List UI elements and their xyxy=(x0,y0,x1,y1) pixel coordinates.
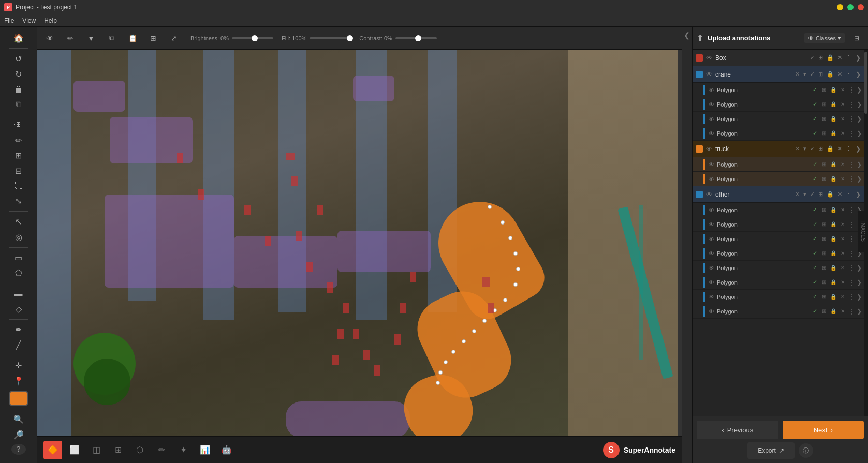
other-lock-icon[interactable]: 🔒 xyxy=(826,190,835,198)
other-p7-more[interactable]: ⋮ xyxy=(848,293,855,301)
undo-button[interactable]: ↺ xyxy=(8,52,29,66)
truck-check-icon[interactable]: ✓ xyxy=(809,145,816,153)
other-p4-lock[interactable]: 🔒 xyxy=(829,249,837,258)
collapse-button[interactable]: ⊟ xyxy=(8,163,29,177)
other-p5-close[interactable]: ✕ xyxy=(838,264,847,272)
other-p3-close[interactable]: ✕ xyxy=(838,235,847,243)
truck-lock-icon[interactable]: 🔒 xyxy=(826,145,835,153)
crane-p3-grid[interactable]: ⊞ xyxy=(820,115,828,123)
truck-p2-check[interactable]: ✓ xyxy=(811,175,819,183)
other-expand-icon[interactable]: ❯ xyxy=(856,191,861,198)
crane-chevron-icon[interactable]: ▾ xyxy=(802,70,807,78)
other-p1-grid[interactable]: ⊞ xyxy=(820,206,828,214)
crane-p4-lock[interactable]: 🔒 xyxy=(829,129,837,138)
frame-button[interactable]: ⊞ xyxy=(145,31,161,46)
keypoint-button[interactable]: ✦ xyxy=(174,441,193,459)
crane-p2-expand[interactable]: ❯ xyxy=(857,101,862,108)
crane-expand-icon[interactable]: ❯ xyxy=(856,71,861,78)
other-p1-eye[interactable]: 👁 xyxy=(709,207,714,213)
other-p6-eye[interactable]: 👁 xyxy=(709,279,714,286)
other-p2-close[interactable]: ✕ xyxy=(838,220,847,229)
crane-p4-more[interactable]: ⋮ xyxy=(848,129,855,138)
crane-close-icon[interactable]: ✕ xyxy=(794,70,801,78)
line-button[interactable]: ╱ xyxy=(8,338,29,352)
other-p4-check[interactable]: ✓ xyxy=(811,249,819,258)
pen-button[interactable]: ✒ xyxy=(8,323,29,337)
crane-p3-eye[interactable]: 👁 xyxy=(709,116,714,122)
other-p8-close[interactable]: ✕ xyxy=(838,307,847,316)
crane-p2-grid[interactable]: ⊞ xyxy=(820,100,828,109)
rect-button[interactable]: ▭ xyxy=(8,251,29,265)
truck-p2-more[interactable]: ⋮ xyxy=(848,175,855,183)
other-p6-close[interactable]: ✕ xyxy=(838,278,847,287)
other-p8-check[interactable]: ✓ xyxy=(811,307,819,316)
crane-p3-more[interactable]: ⋮ xyxy=(848,115,855,123)
crane-p4-close[interactable]: ✕ xyxy=(838,129,847,138)
mask-button[interactable]: ⬜ xyxy=(65,441,84,459)
other-p5-grid[interactable]: ⊞ xyxy=(820,264,828,272)
other-chevron-icon[interactable]: ▾ xyxy=(802,190,807,198)
next-button[interactable]: Next › xyxy=(783,421,864,439)
other-p6-lock[interactable]: 🔒 xyxy=(829,278,837,287)
other-x-icon[interactable]: ✕ xyxy=(836,190,843,198)
other-p1-lock[interactable]: 🔒 xyxy=(829,206,837,214)
copy-button[interactable]: ⧉ xyxy=(8,97,29,111)
crane-p2-eye[interactable]: 👁 xyxy=(709,101,714,108)
previous-button[interactable]: ‹ Previous xyxy=(697,421,778,439)
annotate-button[interactable]: 🔶 xyxy=(43,441,62,459)
truck-p1-more[interactable]: ⋮ xyxy=(848,160,855,169)
truck-more-icon[interactable]: ⋮ xyxy=(845,145,852,153)
other-p4-eye[interactable]: 👁 xyxy=(709,250,714,257)
box-lock-icon[interactable]: 🔒 xyxy=(826,54,835,62)
truck-p1-check[interactable]: ✓ xyxy=(811,160,819,169)
maximize-button[interactable] xyxy=(847,4,854,10)
view-button[interactable]: 👁 xyxy=(41,31,58,46)
chevron-button[interactable]: ▼ xyxy=(83,31,99,46)
crane-p3-check[interactable]: ✓ xyxy=(811,115,819,123)
other-p6-more[interactable]: ⋮ xyxy=(848,278,855,287)
crane-p1-close[interactable]: ✕ xyxy=(838,86,847,94)
crane-p1-eye[interactable]: 👁 xyxy=(709,87,714,93)
crane-p1-expand[interactable]: ❯ xyxy=(857,86,862,94)
other-p1-more[interactable]: ⋮ xyxy=(848,206,855,214)
close-button[interactable] xyxy=(858,4,864,10)
polyline-button[interactable]: ✏ xyxy=(152,441,171,459)
crane-p3-lock[interactable]: 🔒 xyxy=(829,115,837,123)
other-p5-eye[interactable]: 👁 xyxy=(709,265,714,271)
crane-p2-check[interactable]: ✓ xyxy=(811,100,819,109)
other-p2-grid[interactable]: ⊞ xyxy=(820,220,828,229)
other-p6-grid[interactable]: ⊞ xyxy=(820,278,828,287)
crane-check-icon[interactable]: ✓ xyxy=(809,70,816,78)
truck-p2-grid[interactable]: ⊞ xyxy=(820,175,828,183)
other-p3-eye[interactable]: 👁 xyxy=(709,236,714,242)
truck-p1-eye[interactable]: 👁 xyxy=(709,161,714,168)
scrollbar-thumb[interactable] xyxy=(864,52,867,114)
other-close-icon[interactable]: ✕ xyxy=(794,190,801,198)
truck-p1-grid[interactable]: ⊞ xyxy=(820,160,828,169)
contrast-slider[interactable] xyxy=(395,37,437,39)
truck-expand-icon[interactable]: ❯ xyxy=(856,145,861,153)
crane-p3-close[interactable]: ✕ xyxy=(838,115,847,123)
crane-p2-more[interactable]: ⋮ xyxy=(848,100,855,109)
redo-button[interactable]: ↻ xyxy=(8,67,29,81)
move-button[interactable]: ✛ xyxy=(8,359,29,372)
crane-x-icon[interactable]: ✕ xyxy=(836,70,843,78)
other-p4-grid[interactable]: ⊞ xyxy=(820,249,828,258)
menu-help[interactable]: Help xyxy=(44,17,57,24)
home-button[interactable]: 🏠 xyxy=(8,31,29,45)
brightness-slider[interactable] xyxy=(232,37,273,39)
target-button[interactable]: ◎ xyxy=(8,230,29,244)
other-grid-icon[interactable]: ⊞ xyxy=(817,190,824,198)
info-button[interactable]: ⓘ xyxy=(799,443,813,458)
delete-button[interactable]: 🗑 xyxy=(8,82,29,96)
pin-button[interactable]: 📍 xyxy=(8,374,29,388)
crane-p1-check[interactable]: ✓ xyxy=(811,86,819,94)
other-p3-more[interactable]: ⋮ xyxy=(848,235,855,243)
truck-p2-close[interactable]: ✕ xyxy=(838,175,847,183)
other-more-icon[interactable]: ⋮ xyxy=(845,190,852,198)
box-close-icon[interactable]: ✕ xyxy=(836,54,843,62)
crane-p1-more[interactable]: ⋮ xyxy=(848,86,855,94)
other-p2-check[interactable]: ✓ xyxy=(811,220,819,229)
crane-grid-icon[interactable]: ⊞ xyxy=(817,70,824,78)
draw-button[interactable]: ✏ xyxy=(62,31,79,46)
